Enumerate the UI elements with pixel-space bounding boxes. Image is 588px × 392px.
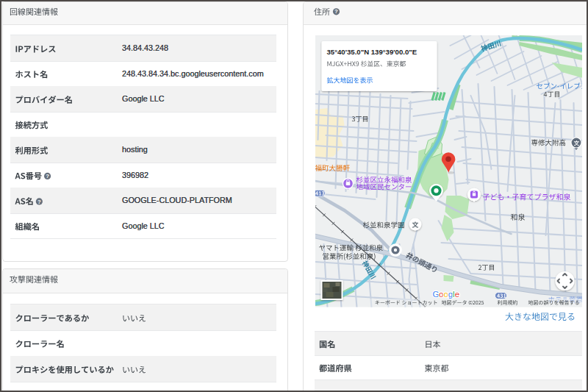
svg-text:?: ? bbox=[334, 8, 338, 15]
svg-text:?: ? bbox=[37, 199, 41, 205]
svg-text:?: ? bbox=[46, 173, 49, 179]
